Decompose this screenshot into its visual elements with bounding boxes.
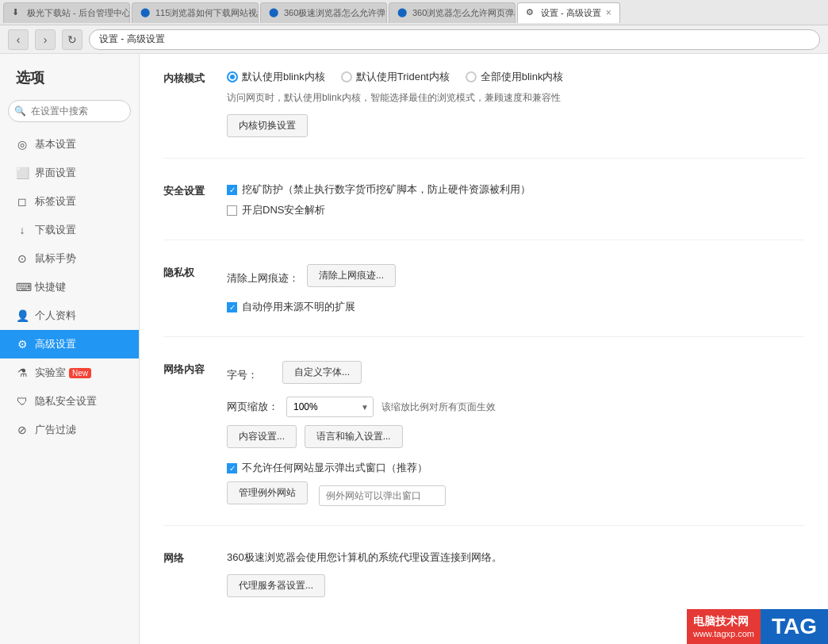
zoom-select[interactable]: 75% 100% 125% 150% 200% [286, 397, 374, 417]
radio-blink-all-label: 全部使用blink内核 [481, 70, 564, 84]
font-button[interactable]: 自定义字体... [282, 361, 362, 384]
zoom-select-wrap: 75% 100% 125% 150% 200% ▼ [286, 397, 374, 417]
search-input[interactable] [8, 100, 131, 122]
zoom-row: 网页缩放： 75% 100% 125% 150% 200% ▼ 该缩放比例对所有… [227, 397, 804, 417]
font-label: 字号： [227, 368, 274, 382]
address-input[interactable] [89, 29, 820, 50]
main-container: 选项 🔍 ◎ 基本设置 ⬜ 界面设置 ◻ 标签设置 ↓ 下载设置 ⊙ 鼠标手势 … [0, 54, 828, 644]
tab-2[interactable]: ⬤ 115浏览器如何下载网站视频... × [132, 2, 259, 23]
sidebar-item-shortcut-label: 快捷键 [35, 280, 66, 294]
security-section-title: 安全设置 [163, 182, 227, 224]
tab-4[interactable]: ⬤ 360浏览器怎么允许网页弹出... × [389, 2, 516, 23]
clear-history-button[interactable]: 清除上网痕迹... [307, 264, 396, 287]
dns-checkbox-item[interactable]: 开启DNS安全解析 [227, 203, 804, 217]
interface-icon: ⬜ [16, 167, 29, 179]
tab-4-label: 360浏览器怎么允许网页弹出... [412, 7, 516, 19]
tab-5[interactable]: ⚙ 设置 - 高级设置 × [517, 2, 620, 23]
tab-2-favicon: ⬤ [140, 7, 151, 18]
auto-stop-label: 自动停用来源不明的扩展 [242, 300, 355, 314]
watermark-title: 电脑技术网 [693, 615, 754, 629]
sidebar-item-profile[interactable]: 👤 个人资料 [0, 301, 139, 330]
radio-trident-default[interactable]: 默认使用Trident内核 [341, 70, 450, 84]
tab-5-favicon: ⚙ [526, 7, 537, 18]
tab-2-label: 115浏览器如何下载网站视频... [155, 7, 259, 19]
network-section-body: 360极速浏览器会使用您计算机的系统代理设置连接到网络。 代理服务器设置... [227, 550, 804, 602]
popup-exception-row: 管理例外网站 [227, 481, 804, 509]
mining-checkbox[interactable] [227, 185, 237, 195]
mouse-icon: ⊙ [16, 252, 29, 265]
popup-label: 不允许任何网站显示弹出式窗口（推荐） [242, 461, 427, 475]
network-content-section-body: 字号： 自定义字体... 网页缩放： 75% 100% 125% 150% 20… [227, 361, 804, 509]
exception-input[interactable] [319, 485, 446, 506]
network-section-title: 网络 [163, 550, 227, 602]
kernel-section-title: 内核模式 [163, 70, 227, 142]
radio-blink-default-label: 默认使用blink内核 [242, 70, 325, 84]
sidebar: 选项 🔍 ◎ 基本设置 ⬜ 界面设置 ◻ 标签设置 ↓ 下载设置 ⊙ 鼠标手势 … [0, 54, 140, 644]
search-icon: 🔍 [14, 105, 26, 117]
watermark: 电脑技术网 www.tagxp.com TAG [687, 609, 828, 644]
sidebar-item-privacy[interactable]: 🛡 隐私安全设置 [0, 387, 139, 416]
radio-trident-default-circle [341, 71, 352, 82]
popup-checkbox-item[interactable]: 不允许任何网站显示弹出式窗口（推荐） [227, 461, 804, 475]
privacy-section: 隐私权 清除上网痕迹： 清除上网痕迹... 自动停用来源不明的扩展 [163, 264, 804, 337]
zoom-note: 该缩放比例对所有页面生效 [381, 401, 496, 414]
radio-blink-default[interactable]: 默认使用blink内核 [227, 70, 325, 84]
kernel-section-body: 默认使用blink内核 默认使用Trident内核 全部使用blink内核 访问… [227, 70, 804, 142]
sidebar-item-interface[interactable]: ⬜ 界面设置 [0, 159, 139, 187]
new-badge: New [69, 368, 91, 378]
tab-icon: ◻ [16, 195, 29, 208]
sidebar-item-shortcut[interactable]: ⌨ 快捷键 [0, 273, 139, 301]
sidebar-item-lab[interactable]: ⚗ 实验室 New [0, 358, 139, 387]
basic-icon: ◎ [16, 138, 29, 151]
tab-3-favicon: ⬤ [269, 7, 280, 18]
mining-checkbox-item[interactable]: 挖矿防护（禁止执行数字货币挖矿脚本，防止硬件资源被利用） [227, 182, 804, 197]
clear-history-label: 清除上网痕迹： [227, 271, 299, 286]
tab-1[interactable]: ⬇ 极光下载站 - 后台管理中心 × [3, 2, 130, 23]
content-settings-button[interactable]: 内容设置... [227, 425, 297, 448]
kernel-switch-button[interactable]: 内核切换设置 [227, 114, 308, 137]
profile-icon: 👤 [16, 309, 29, 322]
refresh-button[interactable]: ↻ [62, 29, 82, 50]
content-buttons-row: 内容设置... 语言和输入设置... [227, 425, 804, 453]
kernel-radio-group: 默认使用blink内核 默认使用Trident内核 全部使用blink内核 [227, 70, 804, 84]
sidebar-item-adblock[interactable]: ⊘ 广告过滤 [0, 416, 139, 444]
shortcut-icon: ⌨ [16, 281, 29, 293]
proxy-button[interactable]: 代理服务器设置... [227, 574, 325, 597]
dns-checkbox[interactable] [227, 205, 237, 216]
radio-blink-all[interactable]: 全部使用blink内核 [466, 70, 564, 84]
tab-1-favicon: ⬇ [12, 7, 23, 18]
sidebar-item-mouse[interactable]: ⊙ 鼠标手势 [0, 244, 139, 273]
sidebar-title: 选项 [0, 62, 139, 100]
tab-3[interactable]: ⬤ 360极速浏览器怎么允许弹窗... × [260, 2, 387, 23]
network-content-section: 网络内容 字号： 自定义字体... 网页缩放： 75% 100% 125% 15… [163, 361, 804, 526]
sidebar-item-basic-label: 基本设置 [35, 137, 76, 151]
sidebar-item-download-label: 下载设置 [35, 223, 76, 237]
auto-stop-checkbox-item[interactable]: 自动停用来源不明的扩展 [227, 300, 804, 314]
kernel-hint: 访问网页时，默认使用blink内核，智能选择最佳的浏览模式，兼顾速度和兼容性 [227, 90, 804, 105]
address-bar: ‹ › ↻ [0, 25, 828, 54]
sidebar-item-tab[interactable]: ◻ 标签设置 [0, 187, 139, 216]
tab-1-label: 极光下载站 - 后台管理中心 [27, 7, 130, 19]
auto-stop-checkbox[interactable] [227, 302, 237, 312]
sidebar-item-download[interactable]: ↓ 下载设置 [0, 216, 139, 244]
tab-5-close[interactable]: × [606, 7, 611, 18]
watermark-text-col: 电脑技术网 www.tagxp.com [687, 609, 761, 644]
watermark-tag: TAG [761, 609, 828, 644]
forward-button[interactable]: › [35, 29, 56, 50]
popup-checkbox[interactable] [227, 463, 237, 473]
clear-history-row: 清除上网痕迹： 清除上网痕迹... [227, 264, 804, 292]
language-settings-button[interactable]: 语言和输入设置... [305, 425, 403, 448]
dns-label: 开启DNS安全解析 [242, 203, 325, 217]
manage-exception-button[interactable]: 管理例外网站 [227, 481, 308, 504]
back-button[interactable]: ‹ [8, 29, 29, 50]
kernel-section: 内核模式 默认使用blink内核 默认使用Trident内核 全部使用blink… [163, 70, 804, 159]
content-area: 内核模式 默认使用blink内核 默认使用Trident内核 全部使用blink… [140, 54, 828, 644]
lab-icon: ⚗ [16, 366, 29, 379]
sidebar-item-profile-label: 个人资料 [35, 309, 76, 323]
sidebar-item-interface-label: 界面设置 [35, 166, 76, 180]
sidebar-item-advanced[interactable]: ⚙ 高级设置 [0, 330, 139, 358]
zoom-label: 网页缩放： [227, 400, 278, 414]
tab-3-label: 360极速浏览器怎么允许弹窗... [284, 7, 387, 19]
privacy-section-title: 隐私权 [163, 264, 227, 320]
sidebar-item-basic[interactable]: ◎ 基本设置 [0, 130, 139, 159]
